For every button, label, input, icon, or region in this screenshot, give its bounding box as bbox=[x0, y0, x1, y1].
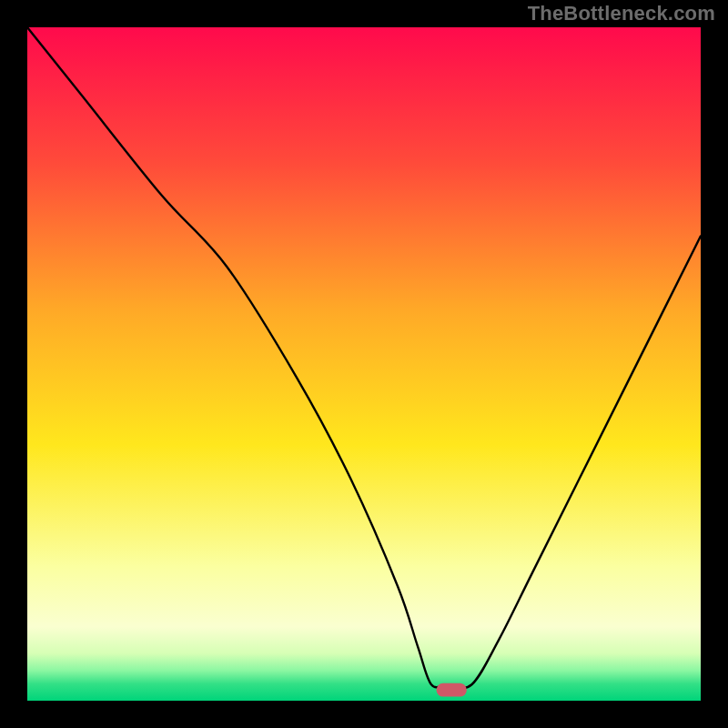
plot-area bbox=[27, 27, 701, 701]
watermark-text: TheBottleneck.com bbox=[528, 2, 715, 25]
chart-background bbox=[27, 27, 701, 701]
optimal-marker bbox=[437, 683, 467, 697]
chart-svg bbox=[27, 27, 701, 701]
chart-container: TheBottleneck.com bbox=[0, 0, 728, 728]
